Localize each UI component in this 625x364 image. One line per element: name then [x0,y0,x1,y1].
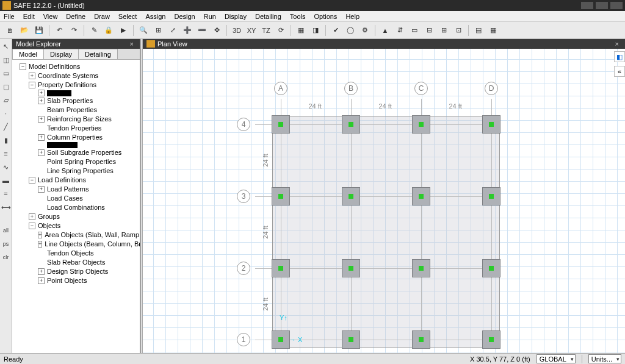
menu-assign[interactable]: Assign [145,13,165,20]
circle-button[interactable]: ◯ [344,24,356,37]
tendon-tool[interactable]: ∿ [1,162,11,172]
tool-b-button[interactable]: ⇵ [394,24,406,37]
tree-areaobj[interactable]: Area Objects (Slab, Wall, Ramp, Null) [45,230,140,240]
rebar-tool[interactable]: = [1,189,11,199]
check-button[interactable]: ✔ [330,24,342,37]
tool-e-button[interactable]: ⊞ [438,24,450,37]
select-all-button[interactable]: all [1,226,11,235]
zoom-previous-button[interactable]: ⤢ [167,24,179,37]
model-tree[interactable]: −Model Definitions +Coordinate Systems −… [12,60,140,288]
zoom-out-button[interactable]: ➖ [196,24,208,37]
expand-icon[interactable]: + [38,134,45,141]
tree-slabp[interactable]: Slab Properties [47,96,93,105]
redo-button[interactable]: ↷ [68,24,80,37]
expand-icon[interactable]: + [29,213,35,220]
zoom-in-button[interactable]: ➕ [181,24,193,37]
tool-c-button[interactable]: ▭ [408,24,421,37]
column-point[interactable] [349,122,353,127]
plan-canvas[interactable]: ABCD432124 ft24 ft24 ft24 ft24 ft24 ftY↑… [143,49,625,353]
coord-system-dropdown[interactable]: GLOBAL [536,354,576,363]
menu-help[interactable]: Help [345,13,359,20]
tree-soil[interactable]: Soil Subgrade Properties [47,148,121,157]
view-tz-button[interactable]: TZ [260,24,272,37]
menu-options[interactable]: Options [314,13,337,20]
units-dropdown[interactable]: Units... [588,354,621,363]
expand-icon[interactable]: + [38,149,45,156]
column-point[interactable] [349,266,353,271]
expand-icon[interactable]: − [29,223,35,229]
tool-h-button[interactable]: ▦ [487,24,499,37]
tree-loadcase[interactable]: Load Cases [47,194,83,203]
tree-redacted2[interactable] [47,142,78,148]
expand-icon[interactable]: − [20,63,26,70]
pan-button[interactable]: ✥ [211,24,223,37]
teamviewer-icon[interactable]: ◧ [614,51,625,62]
expand-icon[interactable]: + [38,116,45,123]
menu-display[interactable]: Display [225,13,247,20]
tool-a-button[interactable]: ▲ [379,24,391,37]
menu-edit[interactable]: Edit [23,13,35,20]
render-button[interactable]: ◨ [309,24,322,37]
tree-rebar[interactable]: Reinforcing Bar Sizes [47,115,112,124]
dim-tool[interactable]: ⟷ [1,202,11,212]
column-point[interactable] [278,266,283,271]
tree-tendonobj[interactable]: Tendon Objects [47,249,93,258]
expand-icon[interactable]: + [38,268,45,275]
tree-root[interactable]: Model Definitions [29,62,80,71]
expand-icon[interactable]: + [29,73,35,79]
tree-slabrebar[interactable]: Slab Rebar Objects [47,258,105,267]
tree-loadcomb[interactable]: Load Combinations [47,203,105,212]
tree-coord[interactable]: Coordinate Systems [38,71,98,80]
expand-icon[interactable]: + [38,90,45,96]
zoom-window-button[interactable]: 🔍 [137,24,150,37]
tab-model[interactable]: Model [12,49,44,59]
menu-file[interactable]: File [4,13,15,20]
lock-button[interactable]: 🔒 [103,24,115,37]
tree-redacted[interactable] [47,90,71,96]
prev-select-button[interactable]: ps [1,239,11,249]
tree-tendonp[interactable]: Tendon Properties [47,124,101,133]
tree-lsp[interactable]: Line Spring Properties [47,166,114,176]
menu-draw[interactable]: Draw [94,13,110,20]
maximize-button[interactable] [596,2,608,9]
strip-tool[interactable]: ▬ [1,176,11,185]
tree-groups[interactable]: Groups [38,212,60,221]
tree-beamp[interactable]: Beam Properties [47,105,97,115]
refresh-button[interactable]: ✎ [88,24,100,37]
tree-loadpat[interactable]: Load Patterns [47,185,89,194]
poly-tool[interactable]: ▱ [1,95,11,105]
column-point[interactable] [489,266,494,271]
beam-tool[interactable]: ≡ [1,149,11,159]
tree-objects[interactable]: Objects [38,221,60,230]
tree-psp[interactable]: Point Spring Properties [47,157,116,166]
tree-pointobj[interactable]: Point Objects [47,276,87,285]
reshape-tool[interactable]: ◫ [1,55,11,65]
open-button[interactable]: 📂 [18,24,31,37]
expand-icon[interactable]: « [614,66,625,77]
column-point[interactable] [489,122,494,127]
wrench-button[interactable]: ⚙ [359,24,371,37]
plan-view-close-button[interactable]: × [613,40,621,48]
minimize-button[interactable] [581,2,593,9]
view-xy-button[interactable]: XY [245,24,258,37]
menu-select[interactable]: Select [118,13,137,20]
menu-tools[interactable]: Tools [290,13,306,20]
pointer-tool[interactable]: ↖ [1,41,11,51]
new-button[interactable]: 🗎 [4,24,16,37]
line-tool[interactable]: ╱ [1,122,11,132]
menu-view[interactable]: View [43,13,58,20]
rotate-button[interactable]: ⟳ [275,24,287,37]
column-point[interactable] [349,194,353,199]
expand-icon[interactable]: + [38,232,42,238]
expand-icon[interactable]: + [38,98,45,104]
run-button[interactable]: ▶ [117,24,129,37]
expand-icon[interactable]: + [38,186,45,193]
zoom-extents-button[interactable]: ⊞ [152,24,164,37]
save-button[interactable]: 💾 [33,24,45,37]
expand-icon[interactable]: + [38,277,45,284]
column-point[interactable] [419,122,424,127]
expand-icon[interactable]: − [29,82,35,88]
undo-button[interactable]: ↶ [53,24,65,37]
rect-tool[interactable]: ▢ [1,82,11,91]
tab-display[interactable]: Display [43,49,79,59]
